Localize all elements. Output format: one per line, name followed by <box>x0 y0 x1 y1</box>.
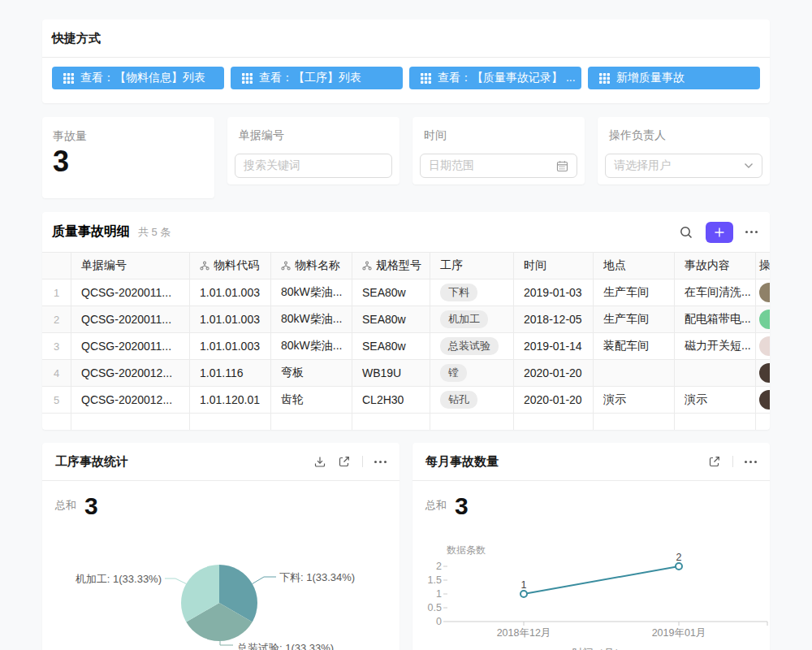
cell-avatar <box>756 360 770 386</box>
shortcut-button-2[interactable]: 查看：【工序】列表 <box>231 67 403 89</box>
line-chart-more-button[interactable] <box>745 457 757 466</box>
line-sum-label: 总和 <box>425 498 447 517</box>
line-series <box>524 566 679 594</box>
doc-no-card: 单据编号 搜索关键词 <box>227 117 400 184</box>
line-chart-header: 每月事故数量 <box>412 443 770 481</box>
cell-place <box>594 360 675 386</box>
date-range-input[interactable]: 日期范围 <box>420 154 577 178</box>
link-column-icon <box>200 261 209 271</box>
shortcut-button-label: 查看：【质量事故记录】 ... <box>438 71 576 85</box>
cell-no: 4 <box>42 360 71 386</box>
table-row-4[interactable]: 4QCSG-2020012...1.01.116弯板WB19U镗2020-01-… <box>42 360 770 387</box>
external-link-icon[interactable] <box>708 455 721 468</box>
pie-chart-header: 工序事故统计 <box>42 443 400 481</box>
shortcut-button-4[interactable]: 新增质量事故 <box>588 67 760 89</box>
pie-chart-more-button[interactable] <box>374 457 387 466</box>
table-row-1[interactable]: 1QCSG-2020011...1.01.01.00380kW柴油...SEA8… <box>42 280 770 306</box>
cell-doc: QCSG-2020011... <box>71 280 190 306</box>
avatar <box>759 363 770 383</box>
cell-place: 生产车间 <box>594 280 675 306</box>
shortcut-button-3[interactable]: 查看：【质量事故记录】 ... <box>409 67 581 89</box>
page: 快捷方式 查看：【物料信息】列表查看：【工序】列表查看：【质量事故记录】 ...… <box>0 0 812 650</box>
cell-process: 机加工 <box>430 306 514 332</box>
time-card: 时间 日期范围 <box>412 117 585 184</box>
table-more-button[interactable] <box>745 228 758 236</box>
shortcut-button-1[interactable]: 查看：【物料信息】列表 <box>52 67 224 89</box>
line-point-2 <box>676 563 682 570</box>
cell-no: 2 <box>42 306 71 332</box>
metric-value: 3 <box>53 147 201 176</box>
table-header-row: 单据编号物料代码物料名称规格型号工序时间地点事故内容操作负责人 <box>42 253 770 280</box>
avatar <box>759 310 770 329</box>
date-range-placeholder: 日期范围 <box>429 158 474 173</box>
cell-name: 齿轮 <box>271 387 352 413</box>
external-link-icon[interactable] <box>338 455 351 468</box>
pie-label-xialiao: 下料: 1(33.34%) <box>279 571 355 583</box>
cell-spec: CL2H30 <box>352 387 430 413</box>
cell-doc: QCSG-2020012... <box>71 360 190 386</box>
operator-label: 操作负责人 <box>609 128 762 143</box>
cell-no: 5 <box>42 387 71 413</box>
shortcut-button-label: 查看：【物料信息】列表 <box>80 71 205 85</box>
filter-row: 事故量 3 单据编号 搜索关键词 时间 日期范围 操作负责人 请选择用户 <box>42 117 770 198</box>
column-header-3[interactable]: 物料名称 <box>271 253 352 279</box>
cell-process: 下料 <box>430 280 514 306</box>
cell-spec: SEA80w <box>352 306 430 332</box>
search-icon[interactable] <box>679 225 693 240</box>
table-row-5[interactable]: 5QCSG-2020012...1.01.120.01齿轮CL2H30钻孔202… <box>42 387 770 414</box>
doc-no-search-input[interactable]: 搜索关键词 <box>235 154 392 178</box>
shortcuts-title: 快捷方式 <box>42 20 770 58</box>
download-icon[interactable] <box>313 455 326 468</box>
cell-no: 3 <box>42 333 71 359</box>
grid-icon <box>599 73 610 84</box>
cell-time: 2018-12-05 <box>514 306 594 332</box>
metric-card: 事故量 3 <box>42 117 214 198</box>
column-header-5[interactable]: 工序 <box>430 253 514 279</box>
table-row-3[interactable]: 3QCSG-2020011...1.01.01.00380kW柴油...SEA8… <box>42 333 770 360</box>
avatar <box>759 390 770 410</box>
column-header-4[interactable]: 规格型号 <box>352 253 430 279</box>
table-row-2[interactable]: 2QCSG-2020011...1.01.01.00380kW柴油...SEA8… <box>42 306 770 333</box>
pie-chart-title: 工序事故统计 <box>55 454 128 470</box>
process-tag: 总装试验 <box>440 337 499 355</box>
pie-sum-value: 3 <box>84 495 98 517</box>
cell-avatar <box>756 333 770 359</box>
column-header-1[interactable]: 单据编号 <box>71 253 190 279</box>
avatar <box>759 336 770 356</box>
cell-time: 2020-01-20 <box>514 387 594 413</box>
process-tag: 机加工 <box>440 310 488 328</box>
operator-select[interactable]: 请选择用户 <box>605 154 762 178</box>
chevron-down-icon <box>744 162 754 169</box>
pie-chart-card: 工序事故统计 总和 3 下料: 1(33.34%) <box>42 443 400 650</box>
table-count: 共 5 条 <box>138 225 171 240</box>
column-header-7[interactable]: 地点 <box>594 253 675 279</box>
cell-name: 80kW柴油... <box>271 333 352 359</box>
cell-name: 80kW柴油... <box>271 280 352 306</box>
column-header-2[interactable]: 物料代码 <box>190 253 271 279</box>
cell-code: 1.01.01.003 <box>190 280 271 306</box>
cell-name: 弯板 <box>271 360 352 386</box>
column-header-6[interactable]: 时间 <box>514 253 594 279</box>
line-point-1 <box>520 591 527 597</box>
column-header-8[interactable]: 事故内容 <box>675 253 756 279</box>
cell-place: 装配车间 <box>594 333 675 359</box>
cell-avatar <box>756 306 770 332</box>
column-header-index <box>42 253 71 279</box>
metric-label: 事故量 <box>53 129 201 144</box>
pie-leader-xialiao <box>253 577 276 584</box>
column-header-9[interactable]: 操作负责人 <box>756 253 770 279</box>
cell-content <box>675 360 756 386</box>
doc-no-label: 单据编号 <box>239 128 392 143</box>
add-record-button[interactable] <box>706 222 733 243</box>
line-chart-title: 每月事故数量 <box>425 454 499 470</box>
cell-process: 镗 <box>430 360 514 386</box>
cell-avatar <box>756 387 770 413</box>
cell-code: 1.01.120.01 <box>190 387 271 413</box>
line-yticks: 2 1.5 1 0.5 0 <box>428 561 442 627</box>
pie-label-jijiagong: 机加工: 1(33.33%) <box>76 573 162 585</box>
operator-card: 操作负责人 请选择用户 <box>598 117 770 184</box>
cell-spec: SEA80w <box>352 333 430 359</box>
cell-spec: WB19U <box>352 360 430 386</box>
doc-no-placeholder: 搜索关键词 <box>244 158 300 173</box>
shortcut-button-label: 新增质量事故 <box>616 71 685 85</box>
